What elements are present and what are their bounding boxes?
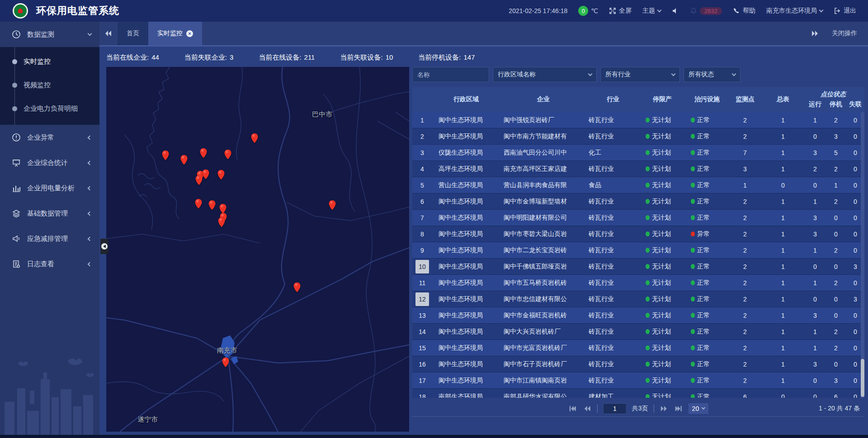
speaker-icon: [672, 7, 679, 14]
page-size-select[interactable]: 20: [689, 403, 709, 414]
scrollbar-thumb[interactable]: [861, 359, 864, 397]
map-canvas[interactable]: 巴中市南充市遂宁市: [106, 67, 409, 432]
map-pin-icon[interactable]: [224, 149, 231, 160]
chevron-left-icon: [88, 211, 92, 216]
chevron-down-icon: [732, 71, 736, 76]
map-pin-icon[interactable]: [180, 155, 188, 165]
cell-facility: 正常: [685, 311, 729, 320]
table-row[interactable]: 16 阆中生态环境局 阆中市石子页岩机砖厂 砖瓦行业 无计划 正常 2 1 3 …: [412, 356, 864, 372]
cell-company: 阆中大兴页岩机砖厂: [500, 328, 587, 336]
cell-meter: 1: [761, 198, 805, 205]
cell-region: 阆中生态环境局: [432, 116, 500, 124]
table-row[interactable]: 1 阆中生态环境局 阆中强锐页岩砖厂 砖瓦行业 无计划 正常 2 1 1 2 0: [412, 112, 864, 128]
table-row[interactable]: 17 阆中生态环境局 阆中市江南镇阆南页岩 砖瓦行业 无计划 正常 2 1 0 …: [412, 372, 864, 389]
exit-icon: [834, 7, 841, 14]
next-page-button[interactable]: [660, 404, 669, 413]
sidebar-item-video-monitor[interactable]: 视频监控: [0, 73, 99, 97]
map-pin-icon[interactable]: [194, 198, 202, 209]
table-row[interactable]: 9 阆中生态环境局 阆中市二龙长宝页岩砖 砖瓦行业 无计划 正常 2 1 1 2…: [412, 242, 864, 259]
sidebar-item-base-data[interactable]: 基础数据管理: [0, 201, 99, 226]
tab-home[interactable]: 首页: [118, 22, 148, 45]
industry-select[interactable]: 所有行业: [600, 67, 680, 82]
map-pin-icon[interactable]: [217, 170, 225, 180]
table-row[interactable]: 2 阆中生态环境局 阆中市南方节能建材有 砖瓦行业 无计划 正常 2 1 0 3…: [412, 128, 864, 145]
pagination-bar: 共3页 20 1 - 20 共 47 条: [412, 400, 864, 417]
name-search-input[interactable]: [412, 67, 489, 82]
sidebar-item-logs[interactable]: 日志查看: [0, 251, 99, 277]
logout-button[interactable]: 退出: [834, 7, 856, 15]
status-dot-icon: [691, 199, 695, 204]
table-row[interactable]: 11 阆中生态环境局 阆中市五马桥页岩机砖 砖瓦行业 无计划 正常 2 1 1 …: [412, 275, 864, 291]
cell-points: 2: [729, 247, 761, 254]
tab-realtime-monitor[interactable]: 实时监控 ×: [148, 22, 202, 45]
map-pin-icon[interactable]: [251, 133, 259, 143]
table-row[interactable]: 18 南部生态环境局 南部县研华水泥有限公 建材加工 无计划 正常 6 0 0 …: [412, 389, 864, 398]
table-row[interactable]: 15 阆中生态环境局 阆中市光富页岩机砖厂 砖瓦行业 无计划 正常 2 1 1 …: [412, 340, 864, 356]
map-pin-icon[interactable]: [200, 148, 208, 158]
table-row[interactable]: 14 阆中生态环境局 阆中大兴页岩机砖厂 砖瓦行业 无计划 正常 2 1 1 2…: [412, 324, 864, 340]
sidebar-item-power-analysis[interactable]: 企业用电量分析: [0, 175, 99, 201]
cell-industry: 砖瓦行业: [587, 230, 639, 238]
col-lost: 失联: [846, 100, 864, 108]
map-pin-icon[interactable]: [222, 357, 229, 367]
notification-button[interactable]: 2632: [690, 7, 722, 15]
map-pin-icon[interactable]: [218, 217, 226, 227]
sidebar-item-enterprise-abnormal[interactable]: 企业异常: [0, 125, 99, 150]
cell-run: 0: [805, 296, 826, 303]
fullscreen-button[interactable]: 全屏: [609, 7, 632, 15]
chevron-left-icon: [88, 160, 92, 165]
map-pin-icon[interactable]: [195, 175, 203, 185]
tabs-scroll-left-button[interactable]: [99, 24, 118, 42]
stat-online-enterprises: 当前在线企业:44: [106, 53, 159, 62]
page-number-input[interactable]: [603, 403, 627, 414]
table-row[interactable]: 5 营山生态环境局 营山县润丰肉食品有限 食品 无计划 正常 1 0 0 1 0: [412, 177, 864, 193]
fullscreen-icon: [609, 7, 616, 14]
cell-facility: 正常: [685, 116, 729, 124]
first-page-button[interactable]: [568, 404, 577, 413]
cell-industry: 砖瓦行业: [587, 295, 639, 303]
region-select[interactable]: 行政区域名称: [493, 67, 597, 82]
sidebar-item-emergency[interactable]: 应急减排管理: [0, 226, 99, 251]
tabs-scroll-right-button[interactable]: [806, 24, 824, 42]
close-operations-dropdown[interactable]: 关闭操作: [832, 29, 857, 38]
status-select[interactable]: 所有状态: [684, 67, 741, 82]
table-row[interactable]: 6 阆中生态环境局 阆中市金博瑞新型墙材 砖瓦行业 无计划 正常 2 1 1 2…: [412, 193, 864, 210]
cell-industry: 砖瓦行业: [587, 132, 639, 141]
cell-limit: 无计划: [639, 311, 685, 320]
sidebar-item-power-load-detail[interactable]: 企业电力负荷明细: [0, 97, 99, 120]
cell-points: 2: [729, 198, 761, 205]
table-scrollbar[interactable]: [861, 112, 864, 398]
cell-limit: 无计划: [639, 295, 685, 303]
table-row[interactable]: 4 高坪生态环境局 南充市高坪区王家店建 砖瓦行业 无计划 正常 3 1 2 2…: [412, 161, 864, 177]
cell-company: 阆中市金福旺页岩机砖: [500, 311, 587, 320]
map-pin-icon[interactable]: [202, 169, 209, 179]
prev-page-button[interactable]: [583, 404, 592, 413]
map-pin-icon[interactable]: [293, 282, 301, 292]
cell-points: 2: [729, 328, 761, 335]
table-row[interactable]: 13 阆中生态环境局 阆中市金福旺页岩机砖 砖瓦行业 无计划 正常 2 1 3 …: [412, 307, 864, 324]
map-pin-icon[interactable]: [162, 150, 170, 160]
cell-limit: 无计划: [639, 149, 685, 157]
map-pin-icon[interactable]: [208, 200, 216, 210]
table-row[interactable]: 3 仪陇生态环境局 西南油气田分公司川中 化工 无计划 正常 7 1 3 5 0: [412, 145, 864, 161]
sidebar-item-realtime-monitor[interactable]: 实时监控: [0, 50, 99, 73]
help-button[interactable]: 帮助: [733, 7, 755, 15]
mute-button[interactable]: [672, 7, 679, 14]
notification-count-badge: 2632: [700, 7, 722, 15]
table-row[interactable]: 10 阆中生态环境局 阆中千佛镇五郎垭页岩 砖瓦行业 无计划 正常 2 1 0 …: [412, 259, 864, 275]
map-pin-icon[interactable]: [328, 200, 336, 210]
last-page-button[interactable]: [674, 404, 683, 413]
cell-meter: 1: [761, 149, 805, 156]
sidebar-item-enterprise-stats[interactable]: 企业综合统计: [0, 150, 99, 175]
table-row[interactable]: 12 阆中生态环境局 阆中市忠信建材有限公 砖瓦行业 无计划 正常 2 1 0 …: [412, 291, 864, 307]
table-row[interactable]: 8 阆中生态环境局 阆中市枣碧大梁山页岩 砖瓦行业 无计划 异常 2 1 3 0…: [412, 226, 864, 242]
table-row[interactable]: 7 阆中生态环境局 阆中明阳建材有限公司 砖瓦行业 无计划 正常 2 1 3 0…: [412, 210, 864, 226]
cell-company: 阆中市枣碧大梁山页岩: [500, 230, 587, 238]
status-dot-icon: [646, 215, 650, 220]
sidebar-item-data-monitor[interactable]: 数据监测: [0, 22, 99, 47]
panel-collapse-button[interactable]: [100, 239, 108, 254]
close-icon[interactable]: ×: [186, 30, 193, 37]
theme-dropdown[interactable]: 主题: [642, 7, 661, 15]
org-dropdown[interactable]: 南充市生态环境局: [766, 7, 823, 15]
clock-icon: [12, 30, 21, 39]
